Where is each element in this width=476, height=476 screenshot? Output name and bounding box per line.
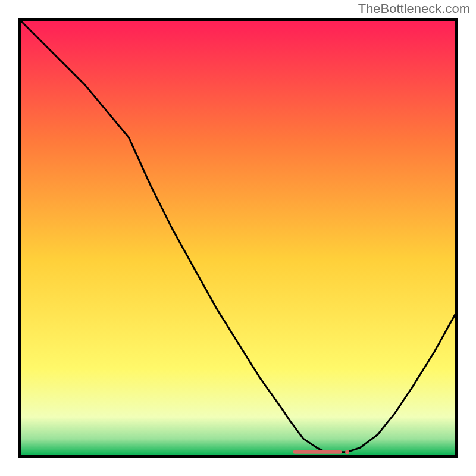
watermark-text: TheBottleneck.com (358, 1, 470, 17)
optimum-marker-end (345, 450, 349, 454)
bottleneck-chart (18, 18, 458, 458)
